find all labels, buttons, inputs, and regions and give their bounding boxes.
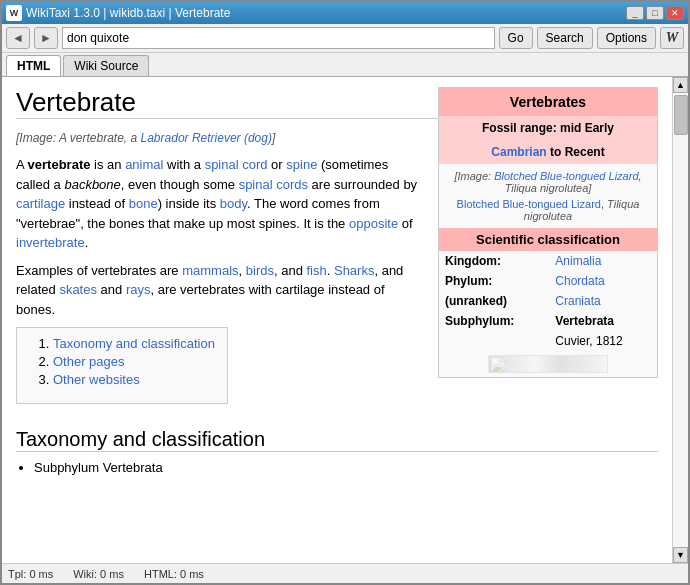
tab-html[interactable]: HTML <box>6 55 61 76</box>
wikipedia-button[interactable]: W <box>660 27 684 49</box>
table-row: Phylum: Chordata <box>439 271 657 291</box>
scroll-up-button[interactable]: ▲ <box>673 77 688 93</box>
scroll-track[interactable] <box>673 93 688 547</box>
labrador-link[interactable]: Labrador Retriever <box>141 131 241 145</box>
opposite-link[interactable]: opposite <box>349 216 398 231</box>
spinal-cords-link[interactable]: spinal cords <box>239 177 308 192</box>
titlebar: W WikiTaxi 1.3.0 | wikidb.taxi | Vertebr… <box>2 2 688 24</box>
subphylum-value: Vertebrata <box>549 311 657 331</box>
fish-link[interactable]: fish <box>307 263 327 278</box>
list-item: Other websites <box>53 372 215 387</box>
back-button[interactable]: ◄ <box>6 27 30 49</box>
main-content[interactable]: Vertebrates Fossil range: mid Early Camb… <box>2 77 672 563</box>
tpl-status: Tpl: 0 ms <box>8 568 53 580</box>
unranked-value: Craniata <box>549 291 657 311</box>
infobox-image: [Image: Blotched Blue-tongued Lizard, Ti… <box>439 164 657 228</box>
rays-link[interactable]: rays <box>126 282 151 297</box>
wiki-status: Wiki: 0 ms <box>73 568 124 580</box>
table-row: (unranked) Craniata <box>439 291 657 311</box>
section-taxonomy: Taxonomy and classification <box>16 428 658 452</box>
toc-list: Taxonomy and classification Other pages … <box>53 336 215 387</box>
unranked-key: (unranked) <box>439 291 549 311</box>
infobox-subheader2: Cambrian to Recent <box>439 140 657 164</box>
spinal-cord-link[interactable]: spinal cord <box>205 157 268 172</box>
forward-button[interactable]: ► <box>34 27 58 49</box>
spine-link[interactable]: spine <box>286 157 317 172</box>
app-icon: W <box>6 5 22 21</box>
maximize-button[interactable]: □ <box>646 6 664 20</box>
list-item: Other pages <box>53 354 215 369</box>
table-row: Cuvier, 1812 <box>439 331 657 351</box>
close-button[interactable]: ✕ <box>666 6 684 20</box>
window-title: WikiTaxi 1.3.0 | wikidb.taxi | Vertebrat… <box>26 6 626 20</box>
lizard-image-link[interactable]: Blotched Blue-tongued Lizard <box>494 170 638 182</box>
sharks-link[interactable]: Sharks <box>334 263 374 278</box>
author-value: Cuvier, 1812 <box>549 331 657 351</box>
table-row: Kingdom: Animalia <box>439 251 657 271</box>
craniata-link[interactable]: Craniata <box>555 294 600 308</box>
snipfiles-watermark <box>488 355 608 373</box>
body-link[interactable]: body <box>220 196 247 211</box>
infobox-subheader2-end: to Recent <box>547 145 605 159</box>
toc-link-2[interactable]: Other pages <box>53 354 125 369</box>
toc-link-1[interactable]: Taxonomy and classification <box>53 336 215 351</box>
go-button[interactable]: Go <box>499 27 533 49</box>
content-area: Vertebrates Fossil range: mid Early Camb… <box>2 77 688 563</box>
kingdom-key: Kingdom: <box>439 251 549 271</box>
scroll-thumb[interactable] <box>674 95 688 135</box>
subphylum-key: Subphylum: <box>439 311 549 331</box>
toc-box: Taxonomy and classification Other pages … <box>16 327 228 404</box>
author-key <box>439 331 549 351</box>
search-button[interactable]: Search <box>537 27 593 49</box>
window-controls: _ □ ✕ <box>626 6 684 20</box>
app-window: W WikiTaxi 1.3.0 | wikidb.taxi | Vertebr… <box>0 0 690 585</box>
scrollbar[interactable]: ▲ ▼ <box>672 77 688 563</box>
lizard-caption-link[interactable]: Blotched Blue-tongued Lizard <box>457 198 601 210</box>
scroll-down-button[interactable]: ▼ <box>673 547 688 563</box>
toolbar: ◄ ► Go Search Options W <box>2 24 688 53</box>
infobox: Vertebrates Fossil range: mid Early Camb… <box>438 87 658 378</box>
minimize-button[interactable]: _ <box>626 6 644 20</box>
tab-wiki-source[interactable]: Wiki Source <box>63 55 149 76</box>
phylum-key: Phylum: <box>439 271 549 291</box>
backbone-em: backbone <box>64 177 120 192</box>
phylum-value: Chordata <box>549 271 657 291</box>
kingdom-value: Animalia <box>549 251 657 271</box>
dog-link[interactable]: (dog) <box>244 131 272 145</box>
bone-link[interactable]: bone <box>129 196 158 211</box>
animal-link[interactable]: animal <box>125 157 163 172</box>
infobox-subheader1: Fossil range: mid Early <box>439 116 657 140</box>
mammals-link[interactable]: mammals <box>182 263 238 278</box>
tab-bar: HTML Wiki Source <box>2 53 688 77</box>
table-row: Subphylum: Vertebrata <box>439 311 657 331</box>
cambrian-link[interactable]: Cambrian <box>491 145 546 159</box>
infobox-image-caption: Blotched Blue-tongued Lizard, Tiliqua ni… <box>445 198 651 222</box>
cartilage-link[interactable]: cartilage <box>16 196 65 211</box>
toc-link-3[interactable]: Other websites <box>53 372 140 387</box>
html-status: HTML: 0 ms <box>144 568 204 580</box>
list-item: Taxonomy and classification <box>53 336 215 351</box>
infobox-header: Vertebrates <box>439 88 657 116</box>
statusbar: Tpl: 0 ms Wiki: 0 ms HTML: 0 ms <box>2 563 688 583</box>
skates-link[interactable]: skates <box>59 282 97 297</box>
infobox-image-alt: [Image: Blotched Blue-tongued Lizard, Ti… <box>445 170 651 194</box>
subphylum-bullet: Subphylum Vertebrata <box>34 460 163 475</box>
infobox-table: Kingdom: Animalia Phylum: Chordata (unra… <box>439 251 657 351</box>
options-button[interactable]: Options <box>597 27 656 49</box>
animalia-link[interactable]: Animalia <box>555 254 601 268</box>
list-item: Subphylum Vertebrata <box>34 460 658 475</box>
vertebrate-strong: vertebrate <box>28 157 91 172</box>
infobox-sciclass: Scientific classification <box>439 228 657 251</box>
taxonomy-list: Subphylum Vertebrata <box>34 460 658 475</box>
address-input[interactable] <box>62 27 495 49</box>
invertebrate-link[interactable]: invertebrate <box>16 235 85 250</box>
chordata-link[interactable]: Chordata <box>555 274 604 288</box>
birds-link[interactable]: birds <box>246 263 274 278</box>
